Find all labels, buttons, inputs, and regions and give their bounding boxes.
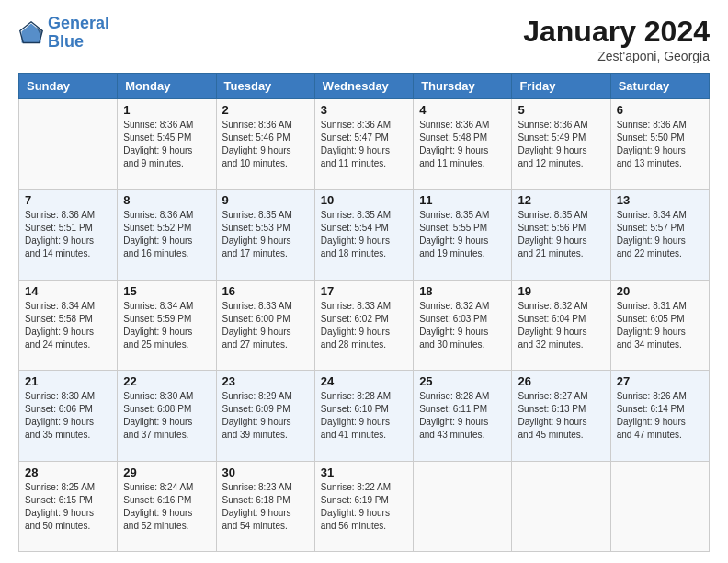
header-cell-thursday: Thursday	[414, 74, 512, 99]
day-cell: 11Sunrise: 8:35 AMSunset: 5:55 PMDayligh…	[414, 190, 512, 280]
day-cell: 7Sunrise: 8:36 AMSunset: 5:51 PMDaylight…	[19, 190, 118, 280]
day-info: Sunrise: 8:28 AMSunset: 6:11 PMDaylight:…	[419, 390, 506, 442]
day-cell: 6Sunrise: 8:36 AMSunset: 5:50 PMDaylight…	[610, 99, 709, 190]
day-cell: 24Sunrise: 8:28 AMSunset: 6:10 PMDayligh…	[314, 371, 413, 461]
day-info: Sunrise: 8:36 AMSunset: 5:50 PMDaylight:…	[617, 119, 703, 170]
day-number: 4	[419, 103, 506, 117]
day-cell	[19, 99, 118, 190]
day-number: 30	[222, 465, 309, 479]
header-cell-wednesday: Wednesday	[314, 74, 413, 99]
calendar-header: SundayMondayTuesdayWednesdayThursdayFrid…	[19, 74, 710, 99]
day-number: 27	[617, 374, 703, 388]
header-cell-monday: Monday	[118, 74, 216, 99]
day-cell	[610, 461, 709, 551]
day-number: 8	[123, 193, 210, 207]
week-row-1: 1Sunrise: 8:36 AMSunset: 5:45 PMDaylight…	[19, 99, 710, 190]
header-cell-friday: Friday	[512, 74, 610, 99]
day-info: Sunrise: 8:32 AMSunset: 6:04 PMDaylight:…	[518, 300, 604, 351]
day-info: Sunrise: 8:35 AMSunset: 5:53 PMDaylight:…	[222, 209, 309, 260]
day-number: 24	[321, 374, 407, 388]
day-cell: 1Sunrise: 8:36 AMSunset: 5:45 PMDaylight…	[118, 99, 216, 190]
day-number: 28	[25, 465, 111, 479]
day-number: 19	[518, 284, 604, 298]
week-row-2: 7Sunrise: 8:36 AMSunset: 5:51 PMDaylight…	[19, 190, 710, 280]
day-info: Sunrise: 8:25 AMSunset: 6:15 PMDaylight:…	[25, 481, 111, 533]
logo: General Blue	[18, 15, 109, 52]
svg-marker-0	[22, 23, 41, 42]
day-info: Sunrise: 8:27 AMSunset: 6:13 PMDaylight:…	[518, 390, 604, 442]
day-cell: 10Sunrise: 8:35 AMSunset: 5:54 PMDayligh…	[314, 190, 413, 280]
day-cell	[414, 461, 512, 551]
header-cell-sunday: Sunday	[19, 74, 118, 99]
day-cell: 17Sunrise: 8:33 AMSunset: 6:02 PMDayligh…	[314, 280, 413, 370]
calendar-body: 1Sunrise: 8:36 AMSunset: 5:45 PMDaylight…	[19, 99, 710, 552]
day-number: 3	[321, 103, 407, 117]
day-number: 29	[123, 465, 210, 479]
week-row-4: 21Sunrise: 8:30 AMSunset: 6:06 PMDayligh…	[19, 371, 710, 461]
day-info: Sunrise: 8:36 AMSunset: 5:52 PMDaylight:…	[123, 209, 210, 260]
day-info: Sunrise: 8:30 AMSunset: 6:06 PMDaylight:…	[25, 390, 111, 442]
day-cell: 5Sunrise: 8:36 AMSunset: 5:49 PMDaylight…	[512, 99, 610, 190]
day-number: 25	[419, 374, 506, 388]
day-info: Sunrise: 8:35 AMSunset: 5:54 PMDaylight:…	[321, 209, 407, 260]
day-info: Sunrise: 8:30 AMSunset: 6:08 PMDaylight:…	[123, 390, 210, 442]
day-number: 15	[123, 284, 210, 298]
day-number: 16	[222, 284, 309, 298]
day-info: Sunrise: 8:26 AMSunset: 6:14 PMDaylight:…	[617, 390, 703, 442]
day-cell: 14Sunrise: 8:34 AMSunset: 5:58 PMDayligh…	[19, 280, 118, 370]
day-number: 12	[518, 193, 604, 207]
day-info: Sunrise: 8:36 AMSunset: 5:47 PMDaylight:…	[321, 119, 407, 170]
day-info: Sunrise: 8:36 AMSunset: 5:46 PMDaylight:…	[222, 119, 309, 170]
header-cell-saturday: Saturday	[610, 74, 709, 99]
day-number: 7	[25, 193, 111, 207]
day-info: Sunrise: 8:36 AMSunset: 5:51 PMDaylight:…	[25, 209, 111, 260]
day-cell: 4Sunrise: 8:36 AMSunset: 5:48 PMDaylight…	[414, 99, 512, 190]
day-info: Sunrise: 8:28 AMSunset: 6:10 PMDaylight:…	[321, 390, 407, 442]
day-info: Sunrise: 8:34 AMSunset: 5:59 PMDaylight:…	[123, 300, 210, 351]
day-cell: 31Sunrise: 8:22 AMSunset: 6:19 PMDayligh…	[314, 461, 413, 551]
day-number: 14	[25, 284, 111, 298]
day-number: 26	[518, 374, 604, 388]
day-info: Sunrise: 8:33 AMSunset: 6:00 PMDaylight:…	[222, 300, 309, 351]
day-info: Sunrise: 8:33 AMSunset: 6:02 PMDaylight:…	[321, 300, 407, 351]
day-info: Sunrise: 8:29 AMSunset: 6:09 PMDaylight:…	[222, 390, 309, 442]
day-info: Sunrise: 8:34 AMSunset: 5:57 PMDaylight:…	[617, 209, 703, 260]
day-number: 11	[419, 193, 506, 207]
day-info: Sunrise: 8:32 AMSunset: 6:03 PMDaylight:…	[419, 300, 506, 351]
calendar-page: General Blue January 2024 Zest'aponi, Ge…	[0, 0, 728, 563]
day-info: Sunrise: 8:31 AMSunset: 6:05 PMDaylight:…	[617, 300, 703, 351]
subtitle: Zest'aponi, Georgia	[523, 49, 710, 63]
day-number: 31	[321, 465, 407, 479]
day-number: 13	[617, 193, 703, 207]
header: General Blue January 2024 Zest'aponi, Ge…	[18, 15, 710, 63]
day-number: 9	[222, 193, 309, 207]
day-cell: 29Sunrise: 8:24 AMSunset: 6:16 PMDayligh…	[118, 461, 216, 551]
day-info: Sunrise: 8:34 AMSunset: 5:58 PMDaylight:…	[25, 300, 111, 351]
day-cell	[512, 461, 610, 551]
day-cell: 20Sunrise: 8:31 AMSunset: 6:05 PMDayligh…	[610, 280, 709, 370]
day-info: Sunrise: 8:36 AMSunset: 5:45 PMDaylight:…	[123, 119, 210, 170]
day-number: 17	[321, 284, 407, 298]
day-cell: 22Sunrise: 8:30 AMSunset: 6:08 PMDayligh…	[118, 371, 216, 461]
day-number: 23	[222, 374, 309, 388]
day-cell: 16Sunrise: 8:33 AMSunset: 6:00 PMDayligh…	[216, 280, 314, 370]
day-number: 2	[222, 103, 309, 117]
week-row-3: 14Sunrise: 8:34 AMSunset: 5:58 PMDayligh…	[19, 280, 710, 370]
day-info: Sunrise: 8:35 AMSunset: 5:56 PMDaylight:…	[518, 209, 604, 260]
day-info: Sunrise: 8:36 AMSunset: 5:49 PMDaylight:…	[518, 119, 604, 170]
header-row: SundayMondayTuesdayWednesdayThursdayFrid…	[19, 74, 710, 99]
day-cell: 28Sunrise: 8:25 AMSunset: 6:15 PMDayligh…	[19, 461, 118, 551]
title-block: January 2024 Zest'aponi, Georgia	[523, 15, 710, 63]
day-info: Sunrise: 8:24 AMSunset: 6:16 PMDaylight:…	[123, 481, 210, 533]
day-info: Sunrise: 8:22 AMSunset: 6:19 PMDaylight:…	[321, 481, 407, 533]
logo-text: General Blue	[48, 15, 109, 52]
day-info: Sunrise: 8:36 AMSunset: 5:48 PMDaylight:…	[419, 119, 506, 170]
main-title: January 2024	[523, 15, 710, 49]
week-row-5: 28Sunrise: 8:25 AMSunset: 6:15 PMDayligh…	[19, 461, 710, 551]
calendar-table: SundayMondayTuesdayWednesdayThursdayFrid…	[18, 73, 710, 552]
day-cell: 3Sunrise: 8:36 AMSunset: 5:47 PMDaylight…	[314, 99, 413, 190]
day-number: 20	[617, 284, 703, 298]
day-cell: 26Sunrise: 8:27 AMSunset: 6:13 PMDayligh…	[512, 371, 610, 461]
day-number: 6	[617, 103, 703, 117]
day-cell: 18Sunrise: 8:32 AMSunset: 6:03 PMDayligh…	[414, 280, 512, 370]
